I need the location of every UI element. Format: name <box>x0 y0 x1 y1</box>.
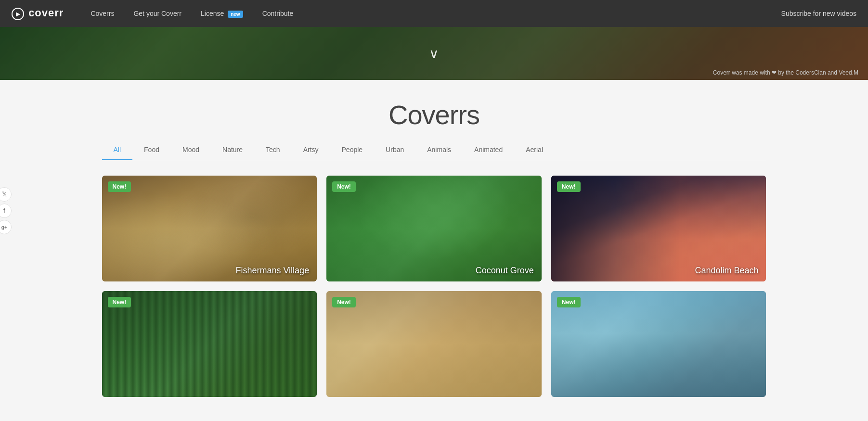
facebook-icon: f <box>3 207 5 215</box>
twitter-button[interactable]: 𝕏 <box>0 187 12 202</box>
card-title-2: Coconut Grove <box>476 266 534 276</box>
card-title-3: Candolim Beach <box>695 266 758 276</box>
card-badge-2: New! <box>332 181 356 192</box>
social-sidebar: 𝕏 f g+ <box>0 187 12 234</box>
license-badge: new <box>228 11 243 18</box>
nav-contribute[interactable]: Contribute <box>255 6 301 21</box>
nav-links: Coverrs Get your Coverr License new Cont… <box>83 6 781 21</box>
video-grid: New! Fishermans Village New! Coconut Gro… <box>102 176 766 397</box>
main-content: Coverrs All Food Mood Nature Tech Artsy … <box>83 80 786 397</box>
page-title: Coverrs <box>102 99 766 130</box>
video-card-mountain[interactable]: New! <box>551 291 766 397</box>
tab-tech[interactable]: Tech <box>254 140 292 160</box>
tab-aerial[interactable]: Aerial <box>514 140 555 160</box>
card-badge-3: New! <box>557 181 581 192</box>
nav-coverrs[interactable]: Coverrs <box>83 6 122 21</box>
card-title-1: Fishermans Village <box>235 266 309 276</box>
page-title-section: Coverrs <box>102 80 766 140</box>
card-badge-5: New! <box>332 297 356 307</box>
tab-all[interactable]: All <box>102 140 133 160</box>
navbar: ▶ coverr Coverrs Get your Coverr License… <box>0 0 868 27</box>
tab-food[interactable]: Food <box>132 140 171 160</box>
video-card-beach[interactable]: New! <box>326 291 542 397</box>
video-card-bamboo[interactable]: New! <box>102 291 317 397</box>
card-badge-1: New! <box>108 181 131 192</box>
logo-text: coverr <box>28 7 64 19</box>
tab-urban[interactable]: Urban <box>374 140 415 160</box>
facebook-button[interactable]: f <box>0 204 12 218</box>
video-card-fishermans-village[interactable]: New! Fishermans Village <box>102 176 317 281</box>
tab-animated[interactable]: Animated <box>463 140 514 160</box>
twitter-icon: 𝕏 <box>2 191 7 198</box>
tab-mood[interactable]: Mood <box>171 140 211 160</box>
hero-chevron[interactable]: ∨ <box>429 46 439 62</box>
nav-get-your-coverr[interactable]: Get your Coverr <box>126 6 189 21</box>
video-card-candolim-beach[interactable]: New! Candolim Beach <box>551 176 766 281</box>
tab-animals[interactable]: Animals <box>415 140 463 160</box>
logo[interactable]: ▶ coverr <box>12 7 64 20</box>
subscribe-label[interactable]: Subscribe for new videos <box>781 10 856 17</box>
tab-people[interactable]: People <box>330 140 375 160</box>
category-tabs: All Food Mood Nature Tech Artsy People U… <box>102 140 766 160</box>
nav-license[interactable]: License new <box>193 6 251 21</box>
video-card-coconut-grove[interactable]: New! Coconut Grove <box>326 176 542 281</box>
hero-footer-text: Coverr was made with ❤ by the CodersClan… <box>713 69 858 76</box>
google-icon: g+ <box>1 224 8 230</box>
tab-artsy[interactable]: Artsy <box>292 140 330 160</box>
hero-banner: ∨ Coverr was made with ❤ by the CodersCl… <box>0 27 868 80</box>
logo-icon-circle: ▶ <box>12 8 24 20</box>
card-badge-6: New! <box>557 297 581 307</box>
tab-nature[interactable]: Nature <box>211 140 254 160</box>
card-badge-4: New! <box>108 297 131 307</box>
google-button[interactable]: g+ <box>0 220 12 234</box>
